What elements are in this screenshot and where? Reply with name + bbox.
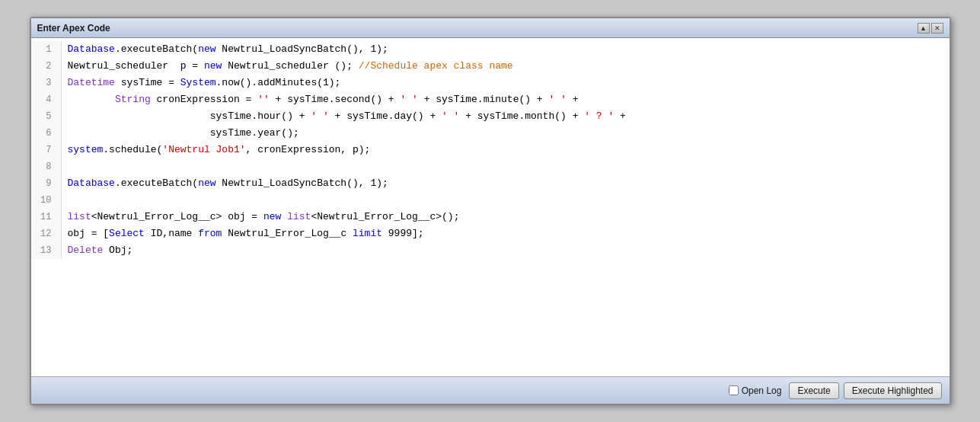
code-line-3: 3Datetime sysTime = System.now().addMinu… (31, 75, 950, 91)
window-title: Enter Apex Code (37, 23, 110, 34)
code-line-1: 1Database.executeBatch(new Newtrul_LoadS… (31, 41, 950, 58)
code-line-7: 7system.schedule('Newtrul Job1', cronExp… (31, 142, 950, 158)
code-line-6: 6 sysTime.year(); (31, 125, 950, 142)
title-bar: Enter Apex Code ▲ ✕ (31, 18, 950, 38)
line-content: sysTime.hour() + ' ' + sysTime.day() + '… (68, 108, 626, 125)
line-number: 2 (31, 58, 62, 75)
line-number: 3 (31, 75, 62, 91)
code-line-2: 2Newtrul_scheduler p = new Newtrul_sched… (31, 58, 950, 75)
minimize-button[interactable]: ▲ (918, 23, 930, 34)
footer-bar: Open Log Execute Execute Highlighted (31, 376, 950, 404)
close-button[interactable]: ✕ (931, 23, 943, 34)
line-number: 10 (31, 192, 62, 209)
line-number: 9 (31, 175, 62, 192)
line-content: Datetime sysTime = System.now().addMinut… (68, 75, 341, 91)
line-number: 5 (31, 108, 62, 125)
code-editor[interactable]: 1Database.executeBatch(new Newtrul_LoadS… (31, 38, 950, 376)
execute-highlighted-button[interactable]: Execute Highlighted (844, 382, 942, 399)
code-line-10: 10 (31, 192, 950, 209)
line-number: 12 (31, 225, 62, 242)
code-line-8: 8 (31, 158, 950, 175)
code-line-5: 5 sysTime.hour() + ' ' + sysTime.day() +… (31, 108, 950, 125)
line-number: 13 (31, 242, 62, 259)
open-log-checkbox[interactable] (729, 385, 739, 395)
title-controls: ▲ ✕ (918, 23, 943, 34)
line-number: 6 (31, 125, 62, 142)
line-number: 1 (31, 41, 62, 58)
line-content: list<Newtrul_Error_Log__c> obj = new lis… (68, 209, 460, 225)
code-line-12: 12obj = [Select ID,name from Newtrul_Err… (31, 225, 950, 242)
line-content: String cronExpression = '' + sysTime.sec… (68, 91, 579, 108)
line-content: obj = [Select ID,name from Newtrul_Error… (68, 225, 424, 242)
line-content: sysTime.year(); (68, 125, 299, 142)
line-content: Delete Obj; (68, 242, 133, 259)
line-number: 8 (31, 158, 62, 175)
line-content: Database.executeBatch(new Newtrul_LoadSy… (68, 175, 388, 192)
code-line-9: 9Database.executeBatch(new Newtrul_LoadS… (31, 175, 950, 192)
apex-code-window: Enter Apex Code ▲ ✕ 1Database.executeBat… (30, 17, 951, 405)
line-number: 11 (31, 209, 62, 225)
code-line-11: 11list<Newtrul_Error_Log__c> obj = new l… (31, 209, 950, 225)
line-content: Newtrul_scheduler p = new Newtrul_schedu… (68, 58, 513, 75)
code-line-4: 4 String cronExpression = '' + sysTime.s… (31, 91, 950, 108)
open-log-label: Open Log (742, 385, 782, 396)
execute-button[interactable]: Execute (789, 382, 838, 399)
open-log-checkbox-group: Open Log (729, 385, 782, 396)
line-content: Database.executeBatch(new Newtrul_LoadSy… (68, 41, 388, 58)
code-line-13: 13Delete Obj; (31, 242, 950, 259)
title-bar-left: Enter Apex Code (37, 23, 110, 34)
line-number: 7 (31, 142, 62, 158)
line-number: 4 (31, 91, 62, 108)
line-content: system.schedule('Newtrul Job1', cronExpr… (68, 142, 371, 158)
